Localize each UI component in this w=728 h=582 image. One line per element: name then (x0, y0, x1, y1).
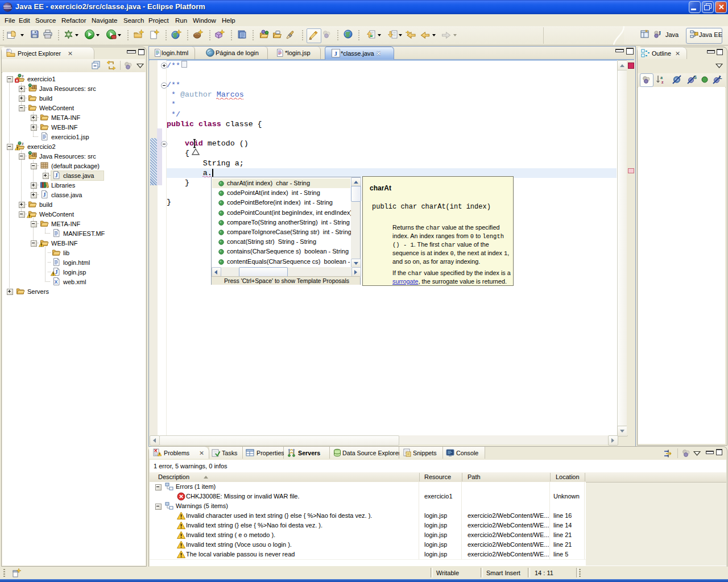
svg-text:J: J (334, 50, 338, 57)
svg-text:z: z (661, 80, 664, 85)
